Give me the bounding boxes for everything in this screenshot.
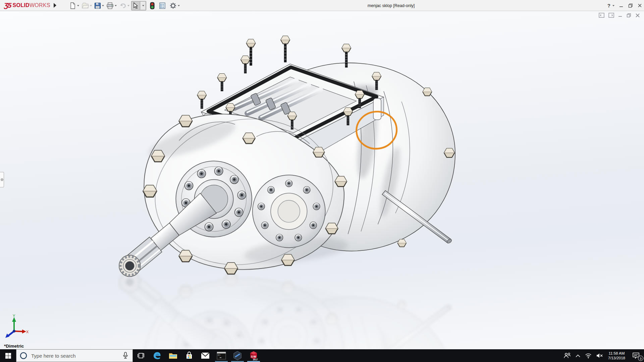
traffic-light-icon xyxy=(150,2,155,9)
title-bar: Ʒ5 SOLIDWORKS xyxy=(0,0,644,11)
windows-taskbar: Type here to search xyxy=(0,349,644,362)
svg-text:SW: SW xyxy=(251,355,257,358)
chevron-up-icon xyxy=(576,354,580,357)
triad-x-label: X xyxy=(26,330,29,334)
mail-icon xyxy=(201,352,210,359)
taskbar-command-prompt[interactable]: C:\ xyxy=(213,349,229,362)
print-icon xyxy=(106,2,114,9)
desktop: { "window": { "brand": {"mark": "Ʒ5", "s… xyxy=(0,0,644,362)
graphics-viewport[interactable]: Y X *Dimetric xyxy=(0,11,644,349)
taskbar-file-explorer[interactable] xyxy=(165,349,181,362)
hidden-icons-button[interactable] xyxy=(573,349,583,362)
taskbar-edge[interactable] xyxy=(149,349,165,362)
orientation-triad: Y X xyxy=(2,314,29,340)
side-cover[interactable] xyxy=(253,175,325,248)
gearbox-body[interactable] xyxy=(119,36,455,281)
new-document-icon xyxy=(69,2,76,9)
window-title: menjac sklop [Read-only] xyxy=(368,0,415,11)
people-icon xyxy=(564,353,571,359)
gearbox-assembly-model[interactable] xyxy=(0,11,644,349)
options-button[interactable] xyxy=(169,1,180,10)
undo-dropdown[interactable] xyxy=(127,5,129,6)
command-prompt-icon: C:\ xyxy=(217,352,226,360)
print-dropdown[interactable] xyxy=(115,5,117,6)
close-button[interactable] xyxy=(638,3,642,8)
store-icon xyxy=(185,352,193,360)
solidworks-logo-mark: Ʒ5 xyxy=(4,1,11,9)
windows-logo-icon xyxy=(5,353,11,359)
people-button[interactable] xyxy=(561,349,573,362)
wifi-icon xyxy=(585,353,592,358)
view-orientation-label: *Dimetric xyxy=(4,344,24,349)
svg-text:2017: 2017 xyxy=(253,358,258,361)
housing-bolt[interactable] xyxy=(397,239,406,247)
undo-icon xyxy=(119,2,126,9)
restore-button[interactable] xyxy=(628,3,633,8)
doc-close-button[interactable] xyxy=(635,13,640,18)
doc-restore-button[interactable] xyxy=(627,13,631,17)
action-center-button[interactable]: 3 xyxy=(628,349,644,362)
open-folder-icon xyxy=(82,2,89,9)
select-cursor-icon xyxy=(132,2,139,9)
taskbar-solidworks[interactable]: SW 2017 xyxy=(246,349,262,362)
triad-y-label: Y xyxy=(13,314,15,318)
new-document-dropdown[interactable] xyxy=(77,5,79,6)
minimize-button[interactable] xyxy=(619,3,624,8)
task-list-icon xyxy=(159,2,166,9)
save-button[interactable] xyxy=(94,1,105,10)
clock-date: 7/13/2018 xyxy=(608,356,625,360)
start-button[interactable] xyxy=(0,349,16,362)
doc-minimize-button[interactable] xyxy=(618,13,623,17)
microphone-icon[interactable] xyxy=(122,352,128,359)
open-button[interactable] xyxy=(81,1,93,10)
undo-button[interactable] xyxy=(118,1,130,10)
volume-button[interactable] xyxy=(594,349,605,362)
pane-collapse-left-button[interactable] xyxy=(599,13,604,18)
network-button[interactable] xyxy=(583,349,594,362)
gear-icon xyxy=(169,2,177,9)
hexagon-app-icon xyxy=(233,351,242,360)
standard-toolbar xyxy=(69,0,181,11)
clock-time: 11:58 AM xyxy=(608,351,625,356)
solidworks-logo: Ʒ5 SOLIDWORKS xyxy=(4,1,50,9)
taskbar-store[interactable] xyxy=(181,349,197,362)
cortana-icon xyxy=(19,351,28,360)
options-dropdown[interactable] xyxy=(178,5,180,6)
print-button[interactable] xyxy=(106,1,117,10)
task-list-button[interactable] xyxy=(158,1,166,10)
help-button[interactable]: ? xyxy=(607,3,610,8)
document-window-controls xyxy=(599,13,640,18)
save-dropdown[interactable] xyxy=(102,5,104,6)
help-dropdown[interactable] xyxy=(612,5,614,6)
svg-text:C:\: C:\ xyxy=(218,354,220,356)
save-floppy-icon xyxy=(94,2,101,9)
housing-bolt[interactable] xyxy=(444,148,454,158)
task-view-button[interactable] xyxy=(133,349,149,362)
select-dropdown[interactable] xyxy=(140,2,145,10)
volume-muted-icon xyxy=(596,353,603,358)
task-view-icon xyxy=(137,352,145,359)
taskbar-mail[interactable] xyxy=(197,349,213,362)
taskbar-hexagon-app[interactable] xyxy=(229,349,246,362)
new-document-button[interactable] xyxy=(69,1,80,10)
floor-reflection xyxy=(119,267,455,349)
taskbar-search-box[interactable]: Type here to search xyxy=(16,349,133,362)
search-placeholder: Type here to search xyxy=(31,353,122,359)
select-button[interactable] xyxy=(131,1,146,10)
traffic-light-button[interactable] xyxy=(149,1,155,10)
edge-icon xyxy=(153,351,161,360)
file-explorer-icon xyxy=(169,352,177,359)
notification-badge: 3 xyxy=(638,356,643,361)
taskbar-clock[interactable]: 11:58 AM 7/13/2018 xyxy=(605,351,628,360)
housing-bolt[interactable] xyxy=(423,88,432,96)
open-dropdown[interactable] xyxy=(90,5,92,6)
pane-expand-right-button[interactable] xyxy=(608,13,614,18)
solidworks-app-icon: SW 2017 xyxy=(249,351,259,361)
menu-expand-arrow[interactable] xyxy=(54,3,56,8)
system-tray: 11:58 AM 7/13/2018 3 xyxy=(561,349,644,362)
